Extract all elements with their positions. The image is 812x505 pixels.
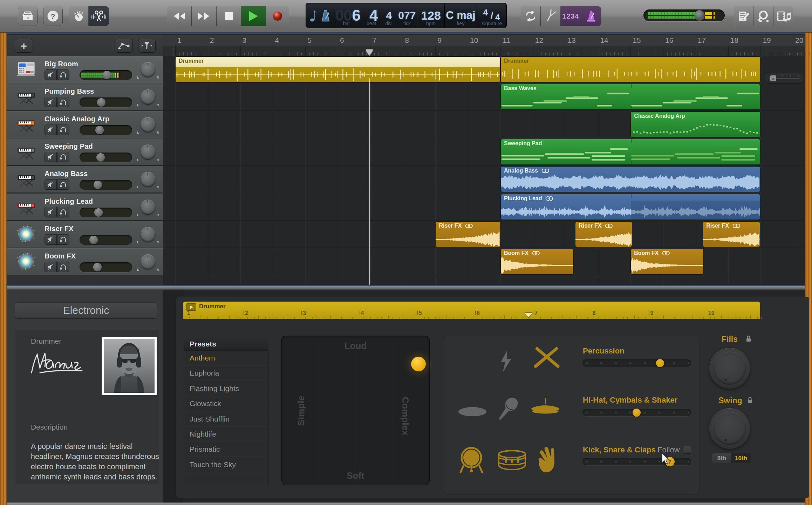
region-sweeping-pad[interactable]: Sweeping Pad: [501, 139, 760, 164]
control-slider-percussion[interactable]: [582, 359, 691, 367]
slider-thumb[interactable]: [633, 409, 641, 417]
track-pan-knob[interactable]: [141, 254, 155, 269]
track-header-pumping-bass[interactable]: Pumping Bass L R: [7, 83, 163, 110]
track-header-sweeping-pad[interactable]: Sweeping Pad L R: [7, 139, 163, 165]
region-classic-analog-arp[interactable]: Classic Analog Arp: [631, 112, 760, 137]
track-pan-knob[interactable]: [141, 144, 155, 159]
notepad-button[interactable]: [734, 6, 753, 26]
lightning-icon[interactable]: [498, 350, 514, 373]
track-volume-knob[interactable]: [89, 236, 98, 244]
control-slider-hi-hat-cymbals-shaker[interactable]: [582, 409, 691, 416]
hihat-icon[interactable]: [531, 397, 560, 418]
mute-button[interactable]: [45, 179, 57, 190]
library-category-button[interactable]: Electronic: [15, 302, 157, 319]
track-pan-knob[interactable]: [141, 62, 155, 77]
region-plucking-lead[interactable]: Plucking Lead: [501, 194, 760, 220]
mute-button[interactable]: [45, 207, 57, 217]
zoom-slider[interactable]: [766, 73, 803, 83]
track-header-boom-fx[interactable]: Boom FX L R: [7, 248, 163, 275]
help-button[interactable]: ?: [43, 6, 63, 26]
lcd-key-section[interactable]: C maj key: [445, 3, 477, 28]
library-button[interactable]: [18, 6, 37, 26]
slider-thumb[interactable]: [656, 359, 664, 367]
region-riser-fx[interactable]: Riser FX: [575, 222, 632, 247]
cycle-button[interactable]: [521, 6, 541, 26]
track-volume-knob[interactable]: [103, 71, 111, 79]
ruler-numbers[interactable]: 1234567891011121314151617181920: [163, 35, 805, 46]
track-pan-knob[interactable]: [141, 227, 155, 242]
shaker-icon[interactable]: [496, 395, 519, 423]
track-header-plucking-lead[interactable]: Plucking Lead L R: [7, 194, 163, 220]
solo-button[interactable]: [57, 97, 69, 107]
lcd-position-section[interactable]: 00 6 4 4 0 77 bar beat div tick: [334, 3, 417, 28]
track-volume-slider[interactable]: [80, 180, 132, 190]
fills-knob[interactable]: [709, 348, 750, 389]
solo-button[interactable]: [57, 124, 69, 135]
follow-checkbox[interactable]: [683, 446, 691, 454]
track-header-classic-analog-arp[interactable]: Classic Analog Arp L R: [7, 111, 163, 138]
preset-item-just-shufflin[interactable]: Just Shufflin: [184, 411, 268, 426]
lcd-signature-section[interactable]: 4 / 4 signature: [477, 3, 507, 28]
mute-button[interactable]: [45, 69, 57, 80]
editors-button[interactable]: [89, 6, 109, 26]
track-pan-knob[interactable]: [141, 117, 155, 132]
region-drummer[interactable]: Drummer: [176, 57, 500, 82]
mute-button[interactable]: [45, 152, 57, 162]
solo-button[interactable]: [57, 152, 69, 162]
track-pan-knob[interactable]: [141, 89, 155, 104]
preset-item-touch-the-sky[interactable]: Touch the Sky: [184, 457, 268, 472]
track-volume-knob[interactable]: [95, 126, 104, 134]
track-header-analog-bass[interactable]: Analog Bass L R: [7, 166, 163, 193]
automation-button[interactable]: [115, 39, 133, 53]
region-riser-fx[interactable]: Riser FX: [436, 222, 500, 247]
add-track-button[interactable]: +: [15, 39, 33, 53]
tambourine-icon[interactable]: [458, 404, 487, 418]
count-in-button[interactable]: 1234: [561, 6, 581, 26]
mute-button[interactable]: [45, 262, 57, 272]
track-pan-knob[interactable]: [141, 200, 155, 214]
solo-button[interactable]: [57, 262, 69, 272]
drumsticks-icon[interactable]: [533, 345, 560, 371]
mute-button[interactable]: [45, 234, 57, 245]
track-pan-knob[interactable]: [141, 172, 155, 187]
media-browser-button[interactable]: [773, 6, 793, 26]
region-boom-fx[interactable]: Boom FX: [631, 249, 703, 274]
track-volume-knob[interactable]: [93, 263, 102, 271]
track-volume-slider[interactable]: [80, 70, 132, 80]
rewind-button[interactable]: [167, 6, 192, 26]
smart-controls-button[interactable]: [69, 6, 89, 26]
preset-item-glowstick[interactable]: Glowstick: [184, 396, 268, 411]
window-splitter[interactable]: [7, 285, 805, 290]
control-slider-kick-snare-claps[interactable]: 7: [582, 458, 691, 465]
track-volume-knob[interactable]: [96, 153, 105, 162]
xy-pad[interactable]: Loud Soft Simple Complex: [281, 336, 430, 485]
loop-browser-button[interactable]: [753, 6, 773, 26]
editor-playhead-handle[interactable]: [524, 311, 533, 318]
track-volume-slider[interactable]: [80, 97, 132, 107]
region-riser-fx[interactable]: Riser FX: [703, 222, 759, 247]
playhead-handle[interactable]: [365, 48, 374, 57]
solo-button[interactable]: [57, 69, 69, 80]
tuner-button[interactable]: [541, 6, 561, 26]
region-play-button[interactable]: [186, 303, 196, 311]
play-button[interactable]: [241, 6, 266, 26]
track-header-riser-fx[interactable]: Riser FX L R: [7, 221, 163, 248]
region-analog-bass[interactable]: Analog Bass: [501, 167, 760, 192]
track-volume-slider[interactable]: [80, 125, 132, 135]
editor-ruler[interactable]: Drummer 12345678910: [183, 302, 760, 319]
preset-item-prismatic[interactable]: Prismatic: [184, 442, 268, 457]
preset-item-anthem[interactable]: Anthem: [184, 350, 268, 365]
stop-button[interactable]: [217, 6, 241, 26]
solo-button[interactable]: [57, 179, 69, 190]
track-header-big-room[interactable]: Big Room L R: [7, 56, 163, 83]
catch-playhead-button[interactable]: [138, 39, 156, 53]
region-boom-fx[interactable]: Boom FX: [501, 249, 573, 274]
swing-knob[interactable]: [709, 408, 750, 449]
solo-button[interactable]: [57, 234, 69, 245]
forward-button[interactable]: [192, 6, 217, 26]
mute-button[interactable]: [45, 97, 57, 107]
track-volume-slider[interactable]: [80, 235, 132, 245]
track-volume-slider[interactable]: [80, 153, 132, 162]
mute-button[interactable]: [45, 124, 57, 135]
region-bass-waves[interactable]: Bass Waves: [501, 84, 760, 109]
